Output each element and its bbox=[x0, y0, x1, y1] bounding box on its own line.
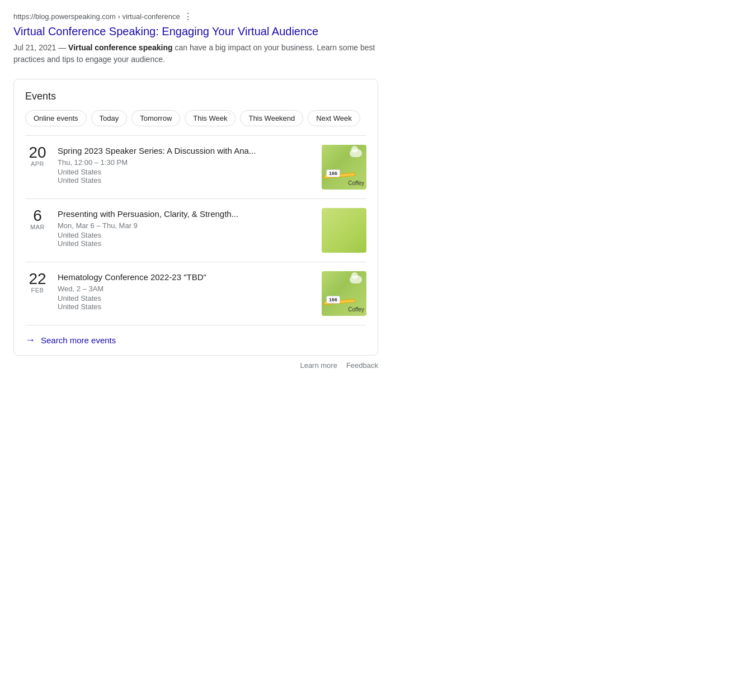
snippet-bold: Virtual conference speaking bbox=[68, 43, 172, 52]
event-map: 166 Coffey bbox=[322, 145, 366, 190]
event-time: Thu, 12:00 – 1:30 PM bbox=[58, 158, 314, 167]
search-more-events[interactable]: → Search more events bbox=[25, 325, 366, 355]
event-info: Hematology Conference 2022-23 "TBD" Wed,… bbox=[58, 271, 314, 311]
event-name: Presenting with Persuasion, Clarity, & S… bbox=[58, 208, 314, 220]
event-info: Presenting with Persuasion, Clarity, & S… bbox=[58, 208, 314, 248]
event-info: Spring 2023 Speaker Series: A Discussion… bbox=[58, 145, 314, 185]
event-location1: United States bbox=[58, 231, 314, 239]
event-day: 20 bbox=[25, 145, 50, 160]
result-url: https://blog.powerspeaking.com › virtual… bbox=[13, 11, 378, 22]
filter-next-week[interactable]: Next Week bbox=[308, 110, 360, 126]
event-item[interactable]: 22 FEB Hematology Conference 2022-23 "TB… bbox=[25, 262, 366, 325]
search-more-link[interactable]: Search more events bbox=[41, 335, 116, 345]
card-footer: Learn more Feedback bbox=[13, 356, 378, 377]
event-date: 6 MAR bbox=[25, 208, 50, 230]
events-title: Events bbox=[25, 91, 366, 102]
more-options-icon[interactable]: ⋮ bbox=[183, 11, 192, 22]
filter-tomorrow[interactable]: Tomorrow bbox=[131, 110, 180, 126]
learn-more-link[interactable]: Learn more bbox=[300, 361, 337, 370]
event-item[interactable]: 6 MAR Presenting with Persuasion, Clarit… bbox=[25, 198, 366, 262]
snippet-date: Jul 21, 2021 bbox=[13, 43, 56, 52]
event-map: 166 Coffey bbox=[322, 271, 366, 316]
event-month: APR bbox=[25, 160, 50, 167]
event-day: 6 bbox=[25, 208, 50, 224]
filter-today[interactable]: Today bbox=[91, 110, 128, 126]
event-day: 22 bbox=[25, 271, 50, 287]
event-time: Wed, 2 – 3AM bbox=[58, 285, 314, 293]
feedback-link[interactable]: Feedback bbox=[346, 361, 378, 370]
search-result: https://blog.powerspeaking.com › virtual… bbox=[13, 11, 378, 65]
result-snippet: Jul 21, 2021 — Virtual conference speaki… bbox=[13, 42, 378, 65]
filter-this-week[interactable]: This Week bbox=[185, 110, 236, 126]
event-name: Spring 2023 Speaker Series: A Discussion… bbox=[58, 145, 314, 157]
event-location1: United States bbox=[58, 294, 314, 302]
event-item[interactable]: 20 APR Spring 2023 Speaker Series: A Dis… bbox=[25, 135, 366, 198]
event-map bbox=[322, 208, 366, 253]
filter-online-events[interactable]: Online events bbox=[25, 110, 87, 126]
event-name: Hematology Conference 2022-23 "TBD" bbox=[58, 271, 314, 283]
arrow-right-icon: → bbox=[25, 334, 35, 346]
filter-next-arrow[interactable]: › bbox=[365, 110, 366, 126]
event-location2: United States bbox=[58, 176, 314, 185]
filter-pills: Online events Today Tomorrow This Week T… bbox=[25, 110, 366, 126]
result-title[interactable]: Virtual Conference Speaking: Engaging Yo… bbox=[13, 24, 378, 39]
event-location2: United States bbox=[58, 302, 314, 311]
event-date: 22 FEB bbox=[25, 271, 50, 294]
event-month: FEB bbox=[25, 287, 50, 294]
snippet-dash: — bbox=[58, 43, 68, 52]
event-time: Mon, Mar 6 – Thu, Mar 9 bbox=[58, 221, 314, 230]
event-location2: United States bbox=[58, 239, 314, 248]
events-card: Events Online events Today Tomorrow This… bbox=[13, 79, 378, 356]
event-location1: United States bbox=[58, 168, 314, 176]
filter-this-weekend[interactable]: This Weekend bbox=[240, 110, 303, 126]
event-date: 20 APR bbox=[25, 145, 50, 167]
url-text: https://blog.powerspeaking.com › virtual… bbox=[13, 12, 180, 21]
event-month: MAR bbox=[25, 224, 50, 230]
